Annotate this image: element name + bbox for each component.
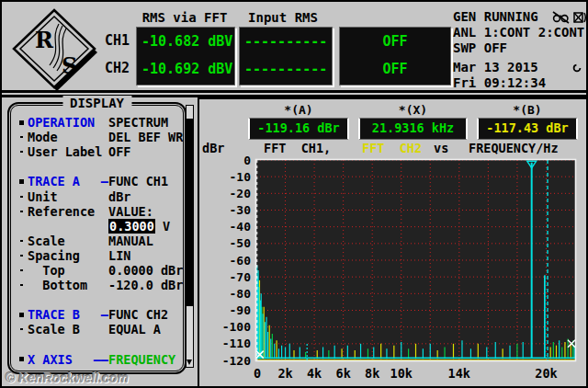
analyzer-screen: { "header": { "logo": {"letter1": "R", "… xyxy=(0,0,588,388)
menu-row-spacing[interactable]: SpacingLIN xyxy=(11,248,183,263)
generator-status: GEN RUNNING xyxy=(453,9,587,25)
bullet-dot-icon xyxy=(16,136,28,138)
svg-text:2k: 2k xyxy=(277,366,292,381)
menu-value: VALUE: xyxy=(108,204,153,219)
menu-row-x-axis[interactable]: X AXIS——FREQUENCY xyxy=(11,352,183,367)
menu-row-unit[interactable]: UnitdBr xyxy=(11,188,183,203)
logo-letter-r: R xyxy=(35,27,54,53)
bullet-square-icon xyxy=(16,120,28,125)
menu-row-operation[interactable]: OPERATIONSPECTRUM xyxy=(11,115,183,130)
watermark: © KenRockwell.com xyxy=(6,371,129,385)
marker-a-label: *(A) xyxy=(248,103,349,117)
menu-row-trace-a[interactable]: TRACE A—FUNC CH1 xyxy=(11,174,183,188)
menu-spacer xyxy=(11,292,183,307)
svg-text:-110: -110 xyxy=(222,337,251,350)
ch1-rms-value: -10.682 dBV xyxy=(137,28,234,55)
svg-text:14k: 14k xyxy=(448,366,470,381)
svg-text:-100: -100 xyxy=(222,320,251,334)
scrollbar-down-arrow-icon[interactable] xyxy=(187,359,192,365)
menu-label: X AXIS—— xyxy=(28,352,108,367)
reference-value-field[interactable]: 0.3000 xyxy=(108,219,155,234)
menu-value: FREQUENCY xyxy=(108,352,175,367)
menu-row-user-label[interactable]: User LabelOFF xyxy=(11,144,183,159)
marker-a-value: -119.16 dBr xyxy=(248,118,349,140)
display-panel-title: DISPLAY xyxy=(62,96,131,110)
menu-row-top[interactable]: Top0.0000 dBr xyxy=(11,263,183,278)
ch2-label: CH2 xyxy=(105,60,130,76)
menu-value: FUNC CH1 xyxy=(108,174,168,188)
menu-dash: —— xyxy=(94,352,108,367)
bullet-dot-icon xyxy=(16,240,28,242)
svg-text:6k: 6k xyxy=(336,366,351,381)
bullet-dot-icon xyxy=(16,196,28,198)
menu-label: Top xyxy=(28,263,108,278)
svg-text:-60: -60 xyxy=(230,254,252,268)
analyzer-status: ANL 1:CONT 2:CONT xyxy=(453,25,587,40)
status-block: GEN RUNNING ANL 1:CONT 2:CONT SWP OFF Ma… xyxy=(453,9,587,91)
panel-scrollbar[interactable] xyxy=(186,105,194,368)
menu-label: Scale xyxy=(28,234,108,248)
menu-label: Spacing xyxy=(28,248,108,263)
menu-row-reference[interactable]: ReferenceVALUE: xyxy=(11,204,183,219)
svg-text:0: 0 xyxy=(254,366,261,381)
menu-value: FUNC CH2 xyxy=(108,307,168,322)
bullet-dot-icon xyxy=(16,284,28,286)
rotate-icon xyxy=(572,63,582,73)
muted-speaker-icon xyxy=(572,11,587,24)
menu-dash: — xyxy=(101,174,108,188)
svg-text:-90: -90 xyxy=(230,303,252,317)
spectrum-plot: 0-10-20-30-40-50-60-70-80-90-100-110-120… xyxy=(199,153,585,384)
logo-letter-s: S xyxy=(62,52,77,79)
menu-value: 0.0000 dBr xyxy=(108,263,183,278)
scrollbar-thumb[interactable] xyxy=(187,119,193,306)
ch2-rms-value: -10.692 dBV xyxy=(137,55,234,83)
svg-text:-70: -70 xyxy=(230,270,252,284)
marker-b-label: *(B) xyxy=(477,103,578,117)
input-rms-box: ---------- ---------- xyxy=(239,27,333,86)
bullet-dot-icon xyxy=(16,255,28,257)
marker-x-value: 21.9316 kHz xyxy=(358,118,468,140)
svg-text:-50: -50 xyxy=(230,236,252,250)
menu-value: dBr xyxy=(108,189,130,204)
menu-row-scale[interactable]: ScaleMANUAL xyxy=(11,234,183,248)
x-axis-labels: 02k4k6k8k10k14k20k xyxy=(254,366,558,381)
bullet-dot-icon xyxy=(16,211,28,212)
off-row1: OFF xyxy=(340,28,450,55)
marker-b-value: -117.43 dBr xyxy=(477,118,578,140)
menu-spacer xyxy=(11,159,183,174)
menu-label: OPERATION xyxy=(28,115,108,130)
svg-text:-80: -80 xyxy=(230,287,252,301)
value-unit: V xyxy=(155,219,170,234)
menu-value: EQUAL A xyxy=(108,322,161,337)
svg-text:-30: -30 xyxy=(230,203,252,217)
menu-label: Mode xyxy=(28,130,108,144)
input-rms-title: Input RMS xyxy=(237,10,329,25)
monitor-off-box: OFF OFF xyxy=(339,27,451,86)
menu-row-trace-b[interactable]: TRACE B—FUNC CH2 xyxy=(11,307,183,322)
menu-row-mode[interactable]: ModeDEL BEF WR xyxy=(11,130,183,144)
time-line: Fri 09:12:34 xyxy=(453,75,587,91)
menu-label: Scale B xyxy=(28,322,108,337)
bullet-dot-icon xyxy=(16,269,28,271)
rms-readout-box: -10.682 dBV -10.692 dBV xyxy=(136,27,235,86)
menu-value: SPECTRUM xyxy=(108,115,168,130)
off-row2: OFF xyxy=(340,55,450,83)
bullet-square-icon xyxy=(16,357,28,361)
menu-value: OFF xyxy=(108,144,130,159)
menu-row-scale-b[interactable]: Scale BEQUAL A xyxy=(11,322,183,337)
svg-text:10k: 10k xyxy=(390,366,413,381)
menu-dash: — xyxy=(101,307,108,322)
svg-text:-40: -40 xyxy=(230,220,252,234)
svg-text:0: 0 xyxy=(243,154,251,167)
input-rms-row2: ---------- xyxy=(240,55,332,83)
menu-label: Bottom xyxy=(28,278,108,292)
sweep-status: SWP OFF xyxy=(453,40,587,56)
menu-label: Unit xyxy=(28,189,108,204)
rohde-schwarz-logo: R S xyxy=(11,7,101,90)
marker-x-label: *(X) xyxy=(358,103,468,117)
menu-label: TRACE B— xyxy=(28,307,108,322)
menu-value: MANUAL xyxy=(108,234,153,248)
menu-row-0-3000[interactable]: 0.3000 V xyxy=(11,219,183,234)
menu-row-bottom[interactable]: Bottom-120.0 dBr xyxy=(11,278,183,292)
svg-text:8k: 8k xyxy=(365,366,379,381)
